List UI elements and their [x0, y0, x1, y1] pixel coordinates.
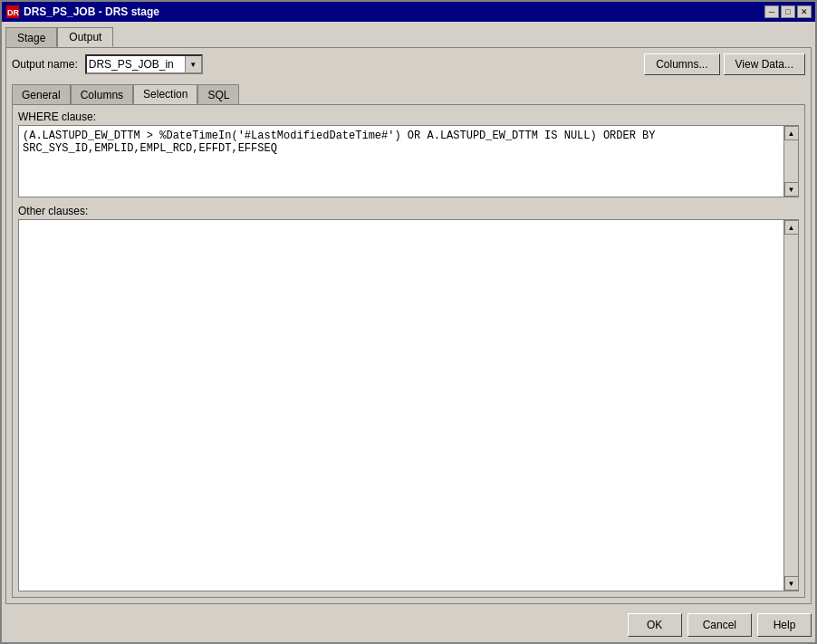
top-tab-bar: Stage Output	[5, 25, 812, 47]
other-scroll-down[interactable]: ▼	[784, 576, 799, 591]
where-label: WHERE clause:	[18, 111, 799, 123]
main-window: DRS DRS_PS_JOB - DRS stage ─ □ ✕ Stage O…	[0, 0, 817, 644]
where-scrollbar: ▲ ▼	[783, 126, 798, 197]
output-name-row: Output name: DRS_PS_JOB_in ▼ Columns... …	[12, 53, 805, 75]
tab-columns[interactable]: Columns	[71, 84, 133, 104]
tab-output[interactable]: Output	[57, 27, 113, 47]
where-textarea[interactable]	[19, 126, 783, 191]
dropdown-arrow[interactable]: ▼	[185, 56, 201, 72]
tab-sql[interactable]: SQL	[197, 84, 239, 104]
ok-button[interactable]: OK	[628, 613, 682, 637]
main-panel: Output name: DRS_PS_JOB_in ▼ Columns... …	[5, 47, 812, 604]
where-textarea-wrapper: ▲ ▼	[18, 125, 799, 197]
other-clause-section: Other clauses: ▲ ▼	[18, 205, 799, 591]
columns-button[interactable]: Columns...	[644, 53, 719, 75]
tab-general[interactable]: General	[12, 84, 71, 104]
window-controls: ─ □ ✕	[764, 5, 812, 18]
view-data-button[interactable]: View Data...	[724, 53, 805, 75]
output-name-select[interactable]: DRS_PS_JOB_in ▼	[85, 54, 203, 74]
svg-text:DRS: DRS	[7, 8, 19, 17]
titlebar: DRS DRS_PS_JOB - DRS stage ─ □ ✕	[2, 2, 815, 22]
other-textarea-wrapper: ▲ ▼	[18, 219, 799, 591]
other-textarea[interactable]	[19, 220, 783, 591]
output-name-label: Output name:	[12, 58, 78, 71]
window-title: DRS_PS_JOB - DRS stage	[24, 5, 764, 18]
tab-selection[interactable]: Selection	[133, 84, 197, 104]
where-scroll-up[interactable]: ▲	[784, 126, 799, 140]
app-icon: DRS	[5, 5, 20, 19]
bottom-bar: OK Cancel Help	[2, 608, 815, 642]
where-clause-section: WHERE clause: ▲ ▼	[18, 111, 799, 197]
close-button[interactable]: ✕	[797, 5, 812, 18]
other-scroll-up[interactable]: ▲	[784, 220, 799, 235]
tab-stage[interactable]: Stage	[5, 27, 57, 47]
right-buttons: Columns... View Data...	[644, 53, 805, 75]
inner-tab-bar: General Columns Selection SQL	[12, 82, 805, 104]
minimize-button[interactable]: ─	[764, 5, 779, 18]
maximize-button[interactable]: □	[781, 5, 795, 18]
help-button[interactable]: Help	[757, 613, 812, 637]
where-scroll-track	[784, 140, 798, 182]
selection-panel: WHERE clause: ▲ ▼ Other clauses:	[12, 104, 805, 598]
other-scroll-track	[784, 235, 798, 576]
output-name-value: DRS_PS_JOB_in	[89, 58, 185, 71]
cancel-button[interactable]: Cancel	[687, 613, 752, 637]
other-scrollbar: ▲ ▼	[783, 220, 798, 591]
content-area: Stage Output Output name: DRS_PS_JOB_in …	[2, 22, 815, 608]
where-scroll-down[interactable]: ▼	[784, 182, 799, 197]
other-label: Other clauses:	[18, 205, 799, 217]
